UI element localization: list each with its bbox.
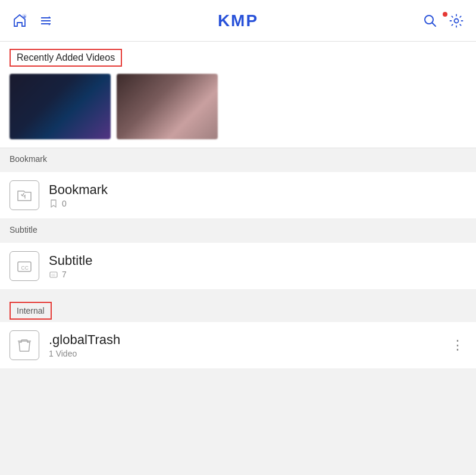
global-trash-folder-icon — [10, 330, 39, 360]
subtitle-folder-icon: CC — [10, 251, 39, 281]
subtitle-item-title: Subtitle — [49, 253, 466, 268]
bookmark-section-header: Bookmark — [0, 148, 476, 166]
recently-added-label-box[interactable]: Recently Added Videos — [10, 49, 122, 67]
subtitle-item-content: Subtitle CC 7 — [49, 253, 466, 279]
notification-dot — [443, 12, 447, 17]
internal-label-box[interactable]: Internal — [10, 302, 52, 320]
bookmark-meta-icon — [49, 199, 58, 208]
subtitle-meta-icon: CC — [49, 270, 58, 279]
recently-added-label: Recently Added Videos — [17, 52, 115, 62]
subtitle-count: 7 — [62, 270, 67, 279]
subtitle-section: Subtitle CC Subtitle CC 7 — [0, 219, 476, 290]
svg-line-6 — [433, 23, 436, 26]
header-left: ⚙ — [12, 13, 54, 29]
video-thumbnail-2[interactable] — [117, 74, 218, 139]
recently-added-section: Recently Added Videos — [0, 42, 476, 148]
subtitle-section-header: Subtitle — [0, 219, 476, 237]
more-options-button[interactable]: ⋮ — [449, 335, 466, 355]
search-button[interactable] — [422, 13, 438, 29]
global-trash-content: .globalTrash 1 Video — [49, 332, 439, 358]
video-thumbnail-1[interactable] — [10, 74, 111, 139]
bookmark-item-content: Bookmark 0 — [49, 182, 466, 208]
bookmark-item-title: Bookmark — [49, 182, 466, 198]
subtitle-item[interactable]: CC Subtitle CC 7 — [0, 243, 476, 290]
global-trash-meta: 1 Video — [49, 349, 439, 358]
svg-point-7 — [455, 18, 459, 23]
global-trash-title: .globalTrash — [49, 332, 439, 348]
sort-button[interactable] — [38, 13, 54, 29]
internal-section: Internal .globalTrash 1 Video ⋮ — [0, 296, 476, 369]
svg-text:CC: CC — [21, 265, 29, 271]
app-header: ⚙ KMP — [0, 0, 476, 42]
settings-button[interactable] — [449, 13, 464, 29]
subtitle-item-meta: CC 7 — [49, 270, 466, 279]
bookmark-section: Bookmark Bookmark 0 — [0, 148, 476, 219]
internal-label: Internal — [17, 306, 45, 315]
bookmark-item-meta: 0 — [49, 199, 466, 208]
bookmark-item[interactable]: Bookmark 0 — [0, 172, 476, 219]
app-title: KMP — [54, 11, 422, 30]
internal-header-bg: Internal — [0, 296, 476, 322]
header-right — [422, 13, 464, 29]
bookmark-count: 0 — [62, 199, 67, 208]
svg-text:CC: CC — [52, 274, 56, 277]
bookmark-folder-icon — [10, 180, 39, 210]
subtitle-list: CC Subtitle CC 7 — [0, 243, 476, 290]
home-button[interactable]: ⚙ — [12, 13, 27, 29]
global-trash-meta-text: 1 Video — [49, 349, 77, 358]
video-thumbnails — [10, 74, 466, 148]
global-trash-item[interactable]: .globalTrash 1 Video ⋮ — [0, 322, 476, 369]
bookmark-list: Bookmark 0 — [0, 172, 476, 219]
